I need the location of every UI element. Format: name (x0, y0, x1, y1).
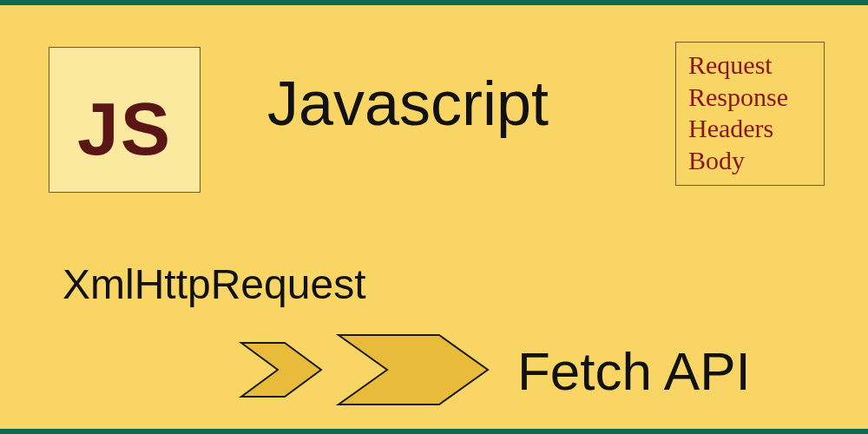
api-item: Response (688, 82, 812, 114)
new-api-label: Fetch API (517, 340, 751, 402)
svg-marker-1 (339, 335, 488, 404)
old-api-label: XmlHttpRequest (62, 260, 365, 308)
api-item: Request (688, 49, 812, 82)
page-title: Javascript (267, 68, 549, 139)
js-badge: JS (49, 47, 201, 193)
chevron-right-icon (335, 332, 491, 408)
chevron-right-icon (238, 339, 325, 400)
svg-marker-0 (241, 343, 321, 397)
api-interfaces-box: Request Response Headers Body (675, 42, 825, 186)
accent-bar-bottom (0, 429, 868, 434)
accent-bar-top (0, 0, 868, 5)
js-badge-label: JS (77, 91, 172, 166)
api-item: Headers (688, 113, 812, 145)
arrow-group (238, 332, 491, 408)
api-item: Body (688, 145, 812, 177)
